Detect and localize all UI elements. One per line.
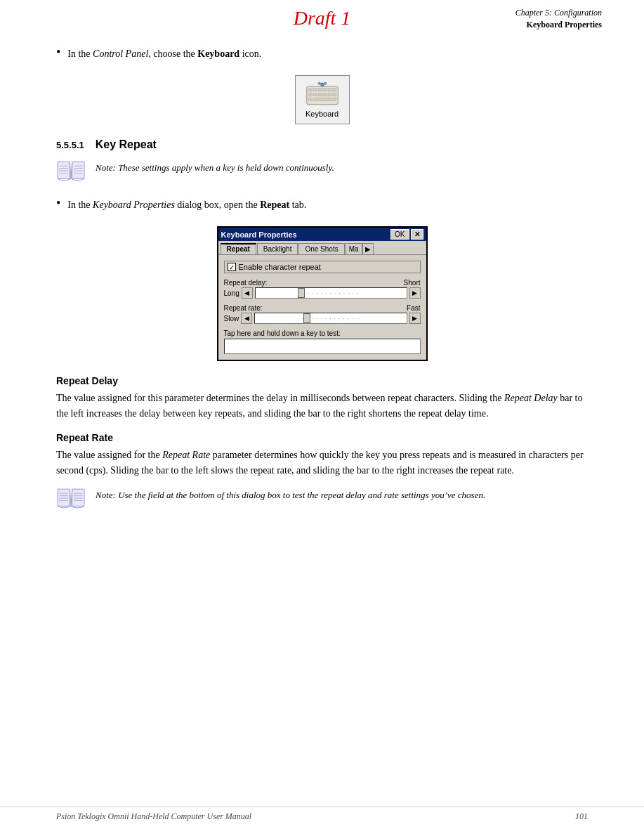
svg-rect-11 (327, 93, 331, 96)
enable-char-repeat-checkbox[interactable]: ✓ (228, 263, 236, 271)
keyboard-properties-dialog: Keyboard Properties OK ✕ Repeat Backligh… (217, 226, 428, 361)
repeat-rate-italic: Repeat Rate (162, 450, 210, 460)
keyboard-icon-area: Keyboard (56, 75, 588, 124)
keyboard-properties-italic: Keyboard Properties (93, 200, 175, 210)
section-heading-5551: 5.5.5.1 Key Repeat (56, 138, 588, 151)
dialog-close-button[interactable]: ✕ (411, 229, 423, 240)
section-label: Keyboard Properties (515, 19, 602, 31)
repeat-delay-left-btn[interactable]: ◀ (242, 287, 253, 299)
svg-rect-5 (327, 89, 331, 91)
repeat-delay-right-btn[interactable]: ▶ (409, 287, 421, 299)
repeat-delay-heading: Repeat delay: (224, 279, 268, 287)
repeat-delay-body: The value assigned for this parameter de… (56, 391, 588, 421)
section-title: Key Repeat (96, 138, 157, 151)
repeat-delay-thumb[interactable] (298, 288, 305, 298)
dialog-ok-button[interactable]: OK (390, 229, 409, 240)
svg-rect-19 (58, 162, 70, 178)
repeat-delay-section: Repeat delay: Short Long ◀ · · · · · · ·… (224, 279, 421, 299)
manual-name: Psion Teklogix Omnii Hand-Held Computer … (56, 811, 251, 822)
repeat-rate-body: The value assigned for the Repeat Rate p… (56, 448, 588, 478)
chapter-info: Chapter 5: Configuration Keyboard Proper… (515, 7, 602, 31)
repeat-rate-dots: · · · · · · · · · · · · · (255, 315, 406, 322)
keyboard-icon-label: Keyboard (305, 110, 339, 118)
slow-label: Slow (224, 315, 239, 322)
repeat-delay-labels: Repeat delay: Short (224, 279, 421, 287)
bullet-item-2: • In the Keyboard Properties dialog box,… (56, 197, 588, 212)
dialog-titlebar: Keyboard Properties OK ✕ (218, 228, 426, 241)
page-footer: Psion Teklogix Omnii Hand-Held Computer … (0, 806, 644, 822)
tab-repeat[interactable]: Repeat (221, 243, 256, 254)
note-box-1: Note: These settings apply when a key is… (56, 158, 588, 188)
repeat-rate-subheading: Repeat Rate (56, 432, 588, 443)
repeat-rate-right-btn[interactable]: ▶ (409, 313, 421, 324)
bullet-text-1: In the Control Panel, choose the Keyboar… (67, 46, 261, 61)
bullet-dot-1: • (56, 45, 60, 60)
svg-rect-13 (314, 98, 331, 100)
tab-arrow[interactable]: ▶ (362, 243, 374, 254)
keyboard-svg-icon (305, 81, 339, 108)
repeat-rate-labels: Repeat rate: Fast (224, 304, 421, 312)
book-icon-1 (56, 158, 86, 188)
svg-rect-31 (58, 489, 70, 506)
long-label: Long (224, 289, 239, 297)
keyboard-icon-box: Keyboard (295, 75, 350, 124)
svg-rect-12 (332, 93, 336, 96)
control-panel-italic: Control Panel (93, 48, 148, 59)
repeat-rate-track[interactable]: · · · · · · · · · · · · · (254, 313, 407, 324)
repeat-delay-slider-row: Long ◀ · · · · · · · · · · · · · ▶ (224, 287, 421, 299)
svg-rect-2 (313, 89, 317, 91)
note-box-2: Note: Use the field at the bottom of thi… (56, 485, 588, 515)
keyboard-bold: Keyboard (197, 48, 239, 59)
svg-rect-3 (318, 89, 322, 91)
repeat-delay-dots: · · · · · · · · · · · · · (256, 290, 407, 296)
test-label: Tap here and hold down a key to test: (224, 329, 421, 337)
svg-rect-9 (318, 93, 322, 96)
note-text-1: Note: These settings apply when a key is… (96, 158, 334, 175)
svg-point-16 (320, 83, 324, 86)
dialog-title-buttons: OK ✕ (390, 229, 423, 240)
test-input[interactable] (224, 339, 421, 354)
chapter-label: Chapter 5: Configuration (515, 7, 602, 19)
svg-rect-7 (308, 93, 312, 96)
short-label: Short (404, 279, 421, 287)
bullet-dot-2: • (56, 196, 60, 211)
repeat-rate-heading: Repeat rate: (224, 304, 263, 312)
enable-char-repeat-label: Enable character repeat (239, 263, 321, 271)
tab-backlight[interactable]: Backlight (257, 243, 298, 254)
tab-one-shots[interactable]: One Shots (298, 243, 344, 254)
svg-rect-14 (308, 98, 313, 100)
svg-rect-6 (332, 89, 336, 91)
svg-rect-8 (313, 93, 317, 96)
enable-char-repeat-row[interactable]: ✓ Enable character repeat (224, 261, 421, 273)
svg-rect-15 (331, 98, 336, 100)
fast-label: Fast (407, 304, 420, 312)
repeat-rate-thumb[interactable] (303, 313, 310, 323)
main-content: • In the Control Panel, choose the Keybo… (0, 30, 644, 553)
repeat-rate-left-btn[interactable]: ◀ (241, 313, 252, 324)
dialog-title: Keyboard Properties (221, 230, 297, 239)
svg-point-17 (318, 82, 320, 84)
test-section: Tap here and hold down a key to test: (224, 329, 421, 354)
svg-rect-1 (308, 89, 312, 91)
bullet-text-2: In the Keyboard Properties dialog box, o… (67, 197, 306, 212)
note-text-2: Note: Use the field at the bottom of thi… (96, 485, 485, 502)
tab-more[interactable]: Ma (346, 243, 362, 254)
repeat-bold: Repeat (260, 200, 289, 210)
dialog-tabs: Repeat Backlight One Shots Ma ▶ (218, 241, 426, 255)
bullet-item-1: • In the Control Panel, choose the Keybo… (56, 46, 588, 61)
book-icon-2 (56, 485, 86, 515)
page-number: 101 (575, 811, 588, 822)
repeat-rate-section: Repeat rate: Fast Slow ◀ · · · · · · · ·… (224, 304, 421, 324)
repeat-delay-italic: Repeat Delay (504, 393, 558, 403)
repeat-rate-slider-row: Slow ◀ · · · · · · · · · · · · · ▶ (224, 313, 421, 324)
repeat-delay-subheading: Repeat Delay (56, 375, 588, 386)
repeat-delay-track[interactable]: · · · · · · · · · · · · · (255, 287, 407, 299)
svg-rect-4 (322, 89, 326, 91)
section-number: 5.5.5.1 (56, 140, 84, 150)
svg-point-18 (324, 82, 326, 84)
svg-rect-20 (72, 162, 84, 178)
dialog-area: Keyboard Properties OK ✕ Repeat Backligh… (56, 226, 588, 361)
svg-rect-10 (322, 93, 326, 96)
page-header: Draft 1 Chapter 5: Configuration Keyboar… (0, 0, 644, 30)
dialog-content: ✓ Enable character repeat Repeat delay: … (218, 255, 426, 360)
